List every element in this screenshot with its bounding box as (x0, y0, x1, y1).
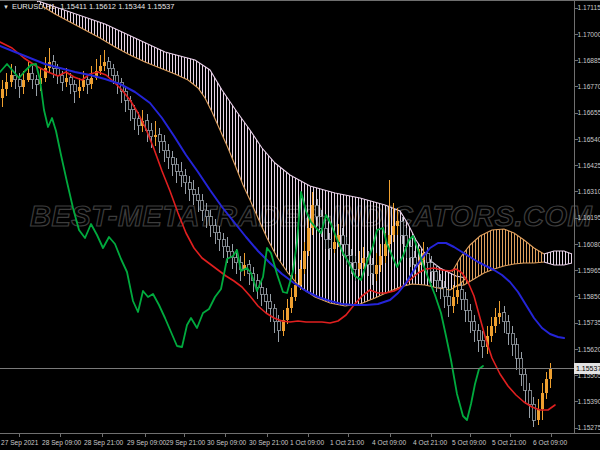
candle-bear (116, 75, 119, 82)
candle-bull (362, 258, 365, 263)
candle-bull (299, 269, 302, 285)
candle-bear (18, 80, 21, 87)
candle-bull (392, 226, 395, 235)
price-axis-label: 1.16655 (578, 109, 600, 116)
candle-bull (78, 87, 81, 92)
time-axis-label: 5 Oct 09:00 (452, 439, 486, 446)
candle-bear (345, 244, 348, 255)
price-axis-label: 1.16425 (578, 162, 600, 169)
candle-bull (379, 256, 382, 265)
candle-bull (545, 379, 548, 393)
time-axis-label: 4 Oct 21:00 (413, 439, 447, 446)
candle-bear (133, 110, 136, 119)
candle-bear (222, 240, 225, 247)
candle-bear (273, 308, 276, 322)
candle-bull (286, 308, 289, 319)
candle-bear (265, 294, 268, 301)
time-axis-label: 29 Sep 09:00 (127, 439, 167, 447)
candle-bear (350, 256, 353, 263)
candle-bull (99, 66, 102, 71)
candle-bull (303, 251, 306, 269)
candle-bear (205, 210, 208, 217)
candle-bear (175, 164, 178, 171)
candle-bear (464, 299, 467, 310)
time-axis[interactable]: 27 Sep 202128 Sep 09:0028 Sep 21:0029 Se… (1, 434, 567, 447)
candle-bear (218, 233, 221, 240)
price-axis-label: 1.15620 (578, 346, 600, 353)
candle-bear (171, 158, 174, 165)
time-axis-label: 5 Oct 21:00 (492, 439, 526, 446)
candle-bear (260, 288, 263, 295)
price-axis-label: 1.15735 (578, 319, 600, 326)
candle-bear (180, 171, 183, 176)
candle-bear (209, 217, 212, 226)
candle-bear (31, 73, 34, 80)
candle-bull (294, 285, 297, 296)
price-axis-label: 1.16770 (578, 83, 600, 90)
price-axis-label: 1.16885 (578, 57, 600, 64)
time-axis-label: 6 Oct 09:00 (533, 439, 567, 446)
time-axis-label: 1 Oct 09:00 (290, 439, 324, 446)
candle-bear (511, 333, 514, 344)
candle-bear (354, 263, 357, 270)
candle-bull (358, 263, 361, 270)
time-axis-label: 1 Oct 21:00 (330, 439, 364, 446)
price-axis-label: 1.15390 (578, 398, 600, 405)
candle-bull (103, 62, 106, 67)
candle-bull (307, 228, 310, 251)
time-axis-label: 4 Oct 09:00 (372, 439, 406, 446)
candle-bear (316, 205, 319, 216)
candle-bear (214, 226, 217, 233)
candle-bull (384, 244, 387, 255)
candle-bear (107, 62, 110, 69)
candle-bull (1, 89, 4, 98)
candle-bull (490, 326, 493, 335)
candle-bear (460, 290, 463, 299)
candle-bear (439, 281, 442, 288)
candle-bull (498, 313, 501, 318)
price-axis-label: 1.15965 (578, 267, 600, 274)
candle-bull (22, 80, 25, 87)
candle-bear (269, 301, 272, 308)
candle-bear (235, 258, 238, 263)
time-axis-label: 30 Sep 21:00 (249, 439, 289, 447)
candle-bear (447, 297, 450, 306)
time-axis-label: 27 Sep 2021 (1, 439, 39, 447)
candle-bear (477, 331, 480, 340)
candle-bear (197, 194, 200, 201)
candle-bull (456, 290, 459, 297)
candle-bull (65, 78, 68, 83)
price-chart-canvas[interactable]: 1.171151.170001.168851.167701.166551.165… (0, 0, 600, 450)
candle-bear (435, 272, 438, 281)
mt4-chart-window: ▼EURUSD,H11.15411 1.15612 1.15344 1.1553… (0, 0, 600, 450)
time-axis-label: 28 Sep 21:00 (84, 439, 124, 447)
candle-bear (277, 322, 280, 331)
candle-bear (167, 151, 170, 158)
candle-bear (341, 235, 344, 244)
price-axis-label: 1.17000 (578, 31, 600, 38)
candle-bear (69, 78, 72, 85)
candle-bear (413, 258, 416, 265)
candle-bull (541, 393, 544, 409)
candle-bear (430, 263, 433, 272)
price-axis-label: 1.15275 (578, 424, 600, 431)
candle-bear (86, 80, 89, 85)
candle-bull (333, 242, 336, 249)
candle-bear (201, 201, 204, 210)
time-axis-label: 28 Sep 09:00 (42, 439, 82, 447)
time-axis-label: 29 Sep 21:00 (166, 439, 206, 447)
candle-bull (5, 82, 8, 89)
candle-bull (452, 297, 455, 306)
candle-bear (520, 358, 523, 374)
current-price-tag: 1.15537 (574, 363, 600, 374)
time-axis-label: 30 Sep 09:00 (207, 439, 247, 447)
candle-bear (515, 345, 518, 359)
candle-bull (388, 235, 391, 244)
candle-bull (396, 221, 399, 226)
candle-bull (494, 317, 497, 326)
candle-bear (324, 228, 327, 239)
candle-bear (409, 247, 412, 258)
candle-bear (158, 135, 161, 142)
candle-bear (192, 189, 195, 194)
candle-bear (528, 390, 531, 404)
